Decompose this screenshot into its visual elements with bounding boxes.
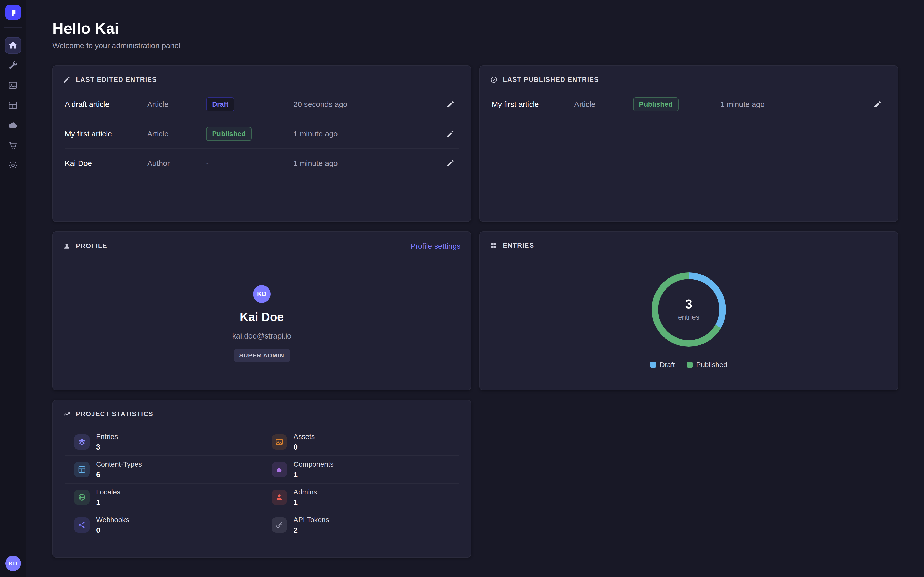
card-title: ENTRIES [503, 242, 534, 249]
stat-value: 1 [294, 498, 317, 507]
entries-donut: 3 entries [652, 272, 726, 347]
table-row: My first article Article Published 1 min… [65, 119, 459, 149]
stat-assets: Assets0 [262, 428, 459, 456]
stat-value: 2 [294, 526, 329, 534]
profile-name: Kai Doe [240, 310, 284, 324]
admins-user-icon [272, 490, 287, 505]
entry-type: Article [574, 100, 633, 109]
legend-item-published: Published [687, 361, 727, 369]
sidebar-item-media-library[interactable] [5, 77, 21, 93]
entries-card: ENTRIES 3 entries Draft [480, 231, 898, 390]
stat-label: Locales [96, 488, 120, 496]
pencil-icon [63, 76, 71, 84]
card-header: PROJECT STATISTICS [53, 400, 470, 424]
project-statistics-card: PROJECT STATISTICS Entries3 Assets0 [52, 400, 471, 558]
last-edited-table: A draft article Article Draft 20 seconds… [65, 90, 459, 178]
home-icon [8, 40, 18, 50]
legend-label: Published [696, 361, 727, 369]
profile-body: KD Kai Doe kai.doe@strapi.io SUPER ADMIN [53, 257, 470, 362]
entry-type: Article [147, 129, 206, 138]
stat-label: Entries [96, 433, 118, 441]
entry-name: My first article [492, 100, 574, 109]
entry-time: 1 minute ago [720, 100, 869, 109]
edit-entry-button[interactable] [442, 96, 459, 113]
edit-entry-button[interactable] [442, 155, 459, 171]
entries-layers-icon [74, 434, 90, 450]
profile-settings-link[interactable]: Profile settings [410, 242, 461, 251]
stats-table: Entries3 Assets0 Content-Types6 [65, 428, 459, 539]
sidebar-item-marketplace[interactable] [5, 137, 21, 154]
entry-time: 1 minute ago [293, 129, 442, 138]
stat-value: 3 [96, 443, 118, 451]
stat-label: Content-Types [96, 460, 142, 469]
page-title: Hello Kai [52, 19, 898, 37]
last-edited-entries-card: LAST EDITED ENTRIES A draft article Arti… [52, 65, 471, 222]
stat-label: Admins [294, 488, 317, 496]
stat-label: Webhooks [96, 516, 129, 524]
components-puzzle-icon [272, 462, 287, 477]
stat-value: 1 [96, 498, 120, 507]
draft-swatch [650, 362, 656, 368]
legend-label: Draft [660, 361, 675, 369]
profile-email: kai.doe@strapi.io [232, 332, 291, 340]
entry-time: 20 seconds ago [293, 100, 442, 109]
table-row: My first article Article Published 1 min… [492, 90, 886, 119]
strapi-logo [5, 5, 21, 20]
donut-center: 3 entries [658, 279, 719, 340]
stat-locales: Locales1 [65, 484, 262, 511]
card-title: PROFILE [76, 242, 107, 250]
check-circle-icon [490, 76, 498, 84]
user-avatar[interactable]: KD [5, 556, 21, 571]
edit-entry-button[interactable] [869, 96, 886, 113]
wrench-icon [8, 60, 18, 70]
entry-type: Article [147, 100, 206, 109]
user-icon [63, 242, 71, 250]
status-empty: - [206, 159, 209, 168]
edit-entry-button[interactable] [442, 126, 459, 142]
stat-value: 6 [96, 470, 142, 479]
published-swatch [687, 362, 693, 368]
stat-components: Components1 [262, 456, 459, 484]
stat-webhooks: Webhooks0 [65, 511, 262, 539]
trending-up-icon [63, 410, 71, 418]
sidebar-item-settings[interactable] [5, 157, 21, 174]
card-title: LAST EDITED ENTRIES [76, 76, 157, 83]
stat-label: API Tokens [294, 516, 329, 524]
stat-value: 1 [294, 470, 334, 479]
strapi-admin-dashboard: KD Hello Kai Welcome to your administrat… [0, 0, 924, 577]
card-title: PROJECT STATISTICS [76, 410, 153, 418]
card-header: PROFILE Profile settings [53, 232, 470, 257]
legend-item-draft: Draft [650, 361, 675, 369]
entries-count-label: entries [678, 313, 699, 321]
stat-entries: Entries3 [65, 428, 262, 456]
stat-value: 0 [294, 443, 315, 451]
status-badge: Published [633, 97, 678, 111]
settings-gear-icon [8, 160, 18, 170]
stat-label: Assets [294, 433, 315, 441]
content-type-builder-icon [8, 100, 18, 110]
page-header: Hello Kai Welcome to your administration… [52, 19, 898, 50]
status-badge: Published [206, 127, 252, 141]
entry-name: Kai Doe [65, 159, 147, 168]
entry-time: 1 minute ago [293, 159, 442, 168]
sidebar-divider [4, 27, 21, 28]
entries-body: 3 entries Draft Published [480, 256, 898, 369]
sidebar-item-cloud[interactable] [5, 117, 21, 134]
api-tokens-key-icon [272, 517, 287, 533]
sidebar-item-home[interactable] [5, 37, 21, 53]
last-published-entries-card: LAST PUBLISHED ENTRIES My first article … [480, 65, 898, 222]
entry-type: Author [147, 159, 206, 168]
content-types-layout-icon [74, 462, 90, 477]
media-library-icon [8, 80, 18, 90]
grid-icon [490, 242, 498, 250]
sidebar-item-content-type-builder[interactable] [5, 97, 21, 114]
dashboard-grid: LAST EDITED ENTRIES A draft article Arti… [52, 65, 898, 558]
card-header: LAST EDITED ENTRIES [53, 66, 470, 90]
assets-image-icon [272, 434, 287, 450]
sidebar-item-content-manager[interactable] [5, 57, 21, 74]
role-badge: SUPER ADMIN [234, 349, 290, 362]
stat-label: Components [294, 460, 334, 469]
webhooks-share-icon [74, 517, 90, 533]
table-row: A draft article Article Draft 20 seconds… [65, 90, 459, 119]
page-subtitle: Welcome to your administration panel [52, 41, 898, 50]
